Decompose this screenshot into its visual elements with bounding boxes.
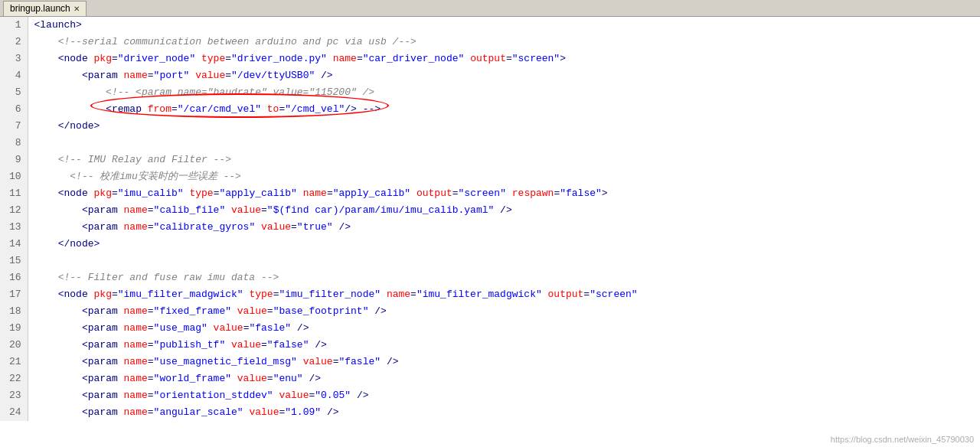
table-row: 5 <!-- <param name="baudrate" value="115… — [0, 84, 980, 101]
tab-bar: bringup.launch ✕ — [0, 0, 980, 17]
table-row: 3 <node pkg="driver_node" type="driver_n… — [0, 51, 980, 67]
code-content: <launch> — [28, 17, 980, 34]
table-row: 20 <param name="publish_tf" value="false… — [0, 337, 980, 354]
line-number: 5 — [0, 84, 28, 101]
table-row: 23 <param name="orientation_stddev" valu… — [0, 387, 980, 404]
code-content: <!-- 校准imu安装时的一些误差 --> — [28, 168, 980, 185]
line-number: 7 — [0, 118, 28, 135]
line-number: 14 — [0, 236, 28, 253]
line-number: 15 — [0, 253, 28, 269]
code-content: <param name="orientation_stddev" value="… — [28, 387, 980, 404]
line-number: 21 — [0, 354, 28, 370]
code-content: <param name="use_mag" value="fasle" /> — [28, 320, 980, 337]
code-content: <param name="calibrate_gyros" value="tru… — [28, 219, 980, 236]
table-row: 15 — [0, 253, 980, 269]
code-content: <param name="angular_scale" value="1.09"… — [28, 404, 980, 421]
file-tab[interactable]: bringup.launch ✕ — [3, 1, 87, 16]
table-row: 9 <!-- IMU Relay and Filter --> — [0, 152, 980, 168]
code-content — [28, 135, 980, 152]
code-content — [28, 253, 980, 269]
line-number: 10 — [0, 168, 28, 185]
table-row: 22 <param name="world_frame" value="enu"… — [0, 370, 980, 387]
watermark: https://blog.csdn.net/weixin_45790030 — [831, 435, 974, 444]
line-number: 9 — [0, 152, 28, 168]
line-number: 11 — [0, 185, 28, 202]
line-number: 13 — [0, 219, 28, 236]
table-row: 21 <param name="use_magnetic_field_msg" … — [0, 354, 980, 370]
line-number: 17 — [0, 286, 28, 303]
code-content: <param name="use_magnetic_field_msg" val… — [28, 354, 980, 370]
line-number: 22 — [0, 370, 28, 387]
line-number: 20 — [0, 337, 28, 354]
code-content: <!-- IMU Relay and Filter --> — [28, 152, 980, 168]
tab-label: bringup.launch — [10, 3, 70, 14]
code-content: <param name="port" value="/dev/ttyUSB0" … — [28, 67, 980, 84]
line-number: 6 — [0, 101, 28, 118]
line-number: 19 — [0, 320, 28, 337]
table-row: 8 — [0, 135, 980, 152]
table-row: 24 <param name="angular_scale" value="1.… — [0, 404, 980, 421]
code-content: <param name="publish_tf" value="false" /… — [28, 337, 980, 354]
code-content: <remap from="/car/cmd_vel" to="/cmd_vel"… — [28, 101, 980, 118]
table-row: 16 <!-- Filter and fuse raw imu data --> — [0, 269, 980, 286]
table-row: 1<launch> — [0, 17, 980, 34]
code-content: <!-- <param name="baudrate" value="11520… — [28, 84, 980, 101]
close-icon[interactable]: ✕ — [74, 5, 80, 13]
line-number: 4 — [0, 67, 28, 84]
code-content: <node pkg="imu_filter_madgwick" type="im… — [28, 286, 980, 303]
code-content: </node> — [28, 118, 980, 135]
table-row: 6 <remap from="/car/cmd_vel" to="/cmd_ve… — [0, 101, 980, 118]
table-row: 4 <param name="port" value="/dev/ttyUSB0… — [0, 67, 980, 84]
code-content: <!--serial communication between arduino… — [28, 34, 980, 51]
table-row: 17 <node pkg="imu_filter_madgwick" type=… — [0, 286, 980, 303]
code-content: <node pkg="imu_calib" type="apply_calib"… — [28, 185, 980, 202]
line-number: 18 — [0, 303, 28, 320]
line-number: 12 — [0, 202, 28, 219]
table-row: 11 <node pkg="imu_calib" type="apply_cal… — [0, 185, 980, 202]
table-row: 14 </node> — [0, 236, 980, 253]
table-row: 13 <param name="calibrate_gyros" value="… — [0, 219, 980, 236]
table-row: 10 <!-- 校准imu安装时的一些误差 --> — [0, 168, 980, 185]
code-content: <node pkg="driver_node" type="driver_nod… — [28, 51, 980, 67]
code-content: <param name="fixed_frame" value="base_fo… — [28, 303, 980, 320]
code-content: <!-- Filter and fuse raw imu data --> — [28, 269, 980, 286]
table-row: 2 <!--serial communication between ardui… — [0, 34, 980, 51]
line-number: 16 — [0, 269, 28, 286]
code-content: <param name="calib_file" value="$(find c… — [28, 202, 980, 219]
table-row: 7 </node> — [0, 118, 980, 135]
line-number: 8 — [0, 135, 28, 152]
table-row: 12 <param name="calib_file" value="$(fin… — [0, 202, 980, 219]
table-row: 19 <param name="use_mag" value="fasle" /… — [0, 320, 980, 337]
line-number: 2 — [0, 34, 28, 51]
table-row: 18 <param name="fixed_frame" value="base… — [0, 303, 980, 320]
line-number: 1 — [0, 17, 28, 34]
code-content: </node> — [28, 236, 980, 253]
code-table: 1<launch>2 <!--serial communication betw… — [0, 17, 980, 421]
line-number: 3 — [0, 51, 28, 67]
line-number: 24 — [0, 404, 28, 421]
line-number: 23 — [0, 387, 28, 404]
code-editor: 1<launch>2 <!--serial communication betw… — [0, 17, 980, 447]
code-content: <param name="world_frame" value="enu" /> — [28, 370, 980, 387]
